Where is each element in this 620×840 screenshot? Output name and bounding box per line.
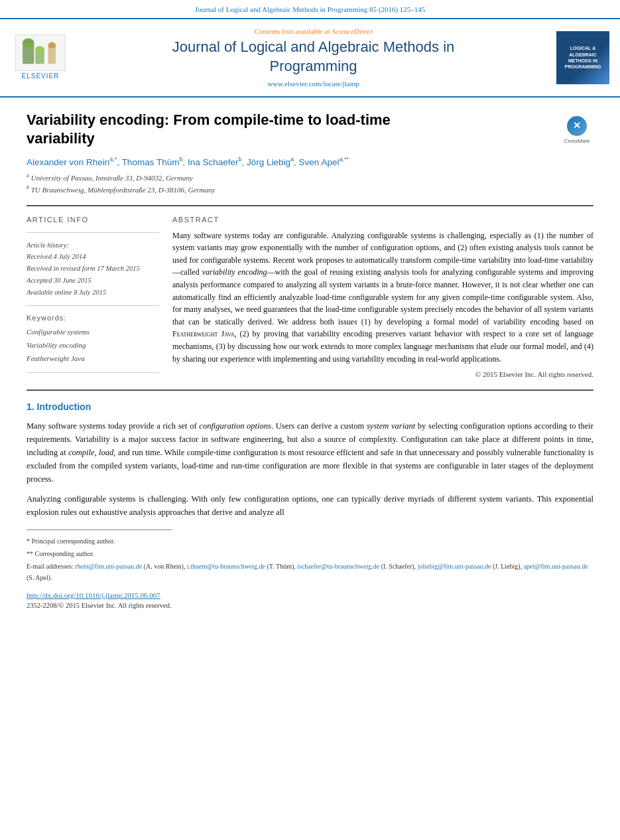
- article-history: Article history: Received 4 July 2014 Re…: [27, 240, 159, 299]
- elsevier-logo-area: ELSEVIER: [11, 35, 70, 81]
- sciencedirect-link[interactable]: ScienceDirect: [332, 27, 373, 35]
- doi-section: http://dx.doi.org/10.1016/j.jlamp.2015.0…: [27, 590, 593, 601]
- section-divider: [27, 389, 593, 391]
- affiliations: a University of Passau, Innstraße 33, D-…: [27, 172, 593, 196]
- keyword-3: Featherweight Java: [27, 352, 159, 366]
- email-schaefer[interactable]: ischaefer@tu-braunschweig.de: [297, 563, 379, 570]
- abstract-title: ABSTRACT: [172, 214, 593, 226]
- introduction-title: 1. Introduction: [27, 400, 593, 414]
- author-ina: Ina Schaefer: [188, 157, 239, 167]
- svg-point-6: [48, 42, 56, 48]
- revised-date: Received in revised form 17 March 2015: [27, 263, 159, 275]
- svg-point-3: [23, 38, 34, 46]
- footnote-emails: E-mail addresses: rhein@fim.uni-passau.d…: [27, 561, 593, 583]
- email-list[interactable]: rhein@fim.uni-passau.de: [75, 563, 142, 570]
- article-title: Variability encoding: From compile-time …: [27, 111, 391, 155]
- author-jorg: Jörg Liebig: [247, 157, 290, 167]
- crossmark-icon: ✕: [567, 116, 587, 136]
- footnote-double-star: ** Corresponding author.: [27, 548, 593, 559]
- article-info-panel: ARTICLE INFO Article history: Received 4…: [27, 214, 159, 380]
- accepted-date: Accepted 30 June 2015: [27, 275, 159, 287]
- author-thomas: Thomas Thüm: [122, 157, 180, 167]
- journal-header: ELSEVIER Contents lists available at Sci…: [0, 18, 620, 98]
- right-logo-text: LOGICAL &ALGEBRAICMETHODS INPROGRAMMING: [565, 45, 601, 69]
- history-label: Article history:: [27, 240, 159, 251]
- footnote-star: * Principal corresponding author.: [27, 535, 593, 547]
- journal-right-logo: LOGICAL &ALGEBRAICMETHODS INPROGRAMMING: [556, 31, 609, 84]
- journal-url[interactable]: www.elsevier.com/locate/jlamp: [78, 78, 548, 90]
- abstract-text: Many software systems today are configur…: [172, 230, 593, 366]
- email-apel[interactable]: apel@fim.uni-passau.de: [524, 563, 588, 570]
- article-info-abstract: ARTICLE INFO Article history: Received 4…: [27, 214, 593, 380]
- top-citation-bar: Journal of Logical and Algebraic Methods…: [0, 0, 620, 18]
- crossmark-badge[interactable]: ✕ CrossMark: [560, 116, 593, 145]
- info-divider-top: [27, 232, 159, 233]
- authors-line: Alexander von Rheina,*, Thomas Thümb, In…: [27, 155, 593, 169]
- abstract-section: ABSTRACT Many software systems today are…: [172, 214, 593, 380]
- elsevier-label: ELSEVIER: [22, 71, 60, 81]
- svg-point-4: [35, 46, 44, 52]
- doi-link[interactable]: http://dx.doi.org/10.1016/j.jlamp.2015.0…: [27, 591, 160, 599]
- journal-title-area: Contents lists available at ScienceDirec…: [78, 26, 548, 90]
- author-alexander: Alexander von Rhein: [27, 157, 109, 167]
- crossmark-label: CrossMark: [564, 137, 590, 145]
- email-liebig[interactable]: joliebig@fim.uni-passau.de: [418, 563, 491, 570]
- author-sven: Sven Apel: [299, 157, 340, 167]
- title-row: Variability encoding: From compile-time …: [27, 111, 593, 155]
- info-divider-bot: [27, 372, 159, 373]
- footnote-divider: [27, 529, 172, 530]
- received-date: Received 4 July 2014: [27, 251, 159, 263]
- introduction-para2: Analyzing configurable systems is challe…: [27, 492, 593, 519]
- issn-line: 2352-2208/© 2015 Elsevier Inc. All right…: [27, 600, 593, 611]
- elsevier-graphic: [15, 35, 66, 71]
- article-info-title: ARTICLE INFO: [27, 214, 159, 226]
- journal-title-header: Journal of Logical and Algebraic Methods…: [78, 38, 548, 76]
- abstract-copyright: © 2015 Elsevier Inc. All rights reserved…: [172, 369, 593, 380]
- keyword-1: Configurable systems: [27, 326, 159, 339]
- citation-text: Journal of Logical and Algebraic Methods…: [195, 5, 426, 13]
- sciencedirect-prefix: Contents lists available at: [254, 27, 330, 35]
- sciencedirect-line: Contents lists available at ScienceDirec…: [78, 26, 548, 37]
- available-date: Available online 8 July 2015: [27, 287, 159, 299]
- keyword-2: Variability encoding: [27, 339, 159, 352]
- keywords-list: Configurable systems Variability encodin…: [27, 326, 159, 365]
- keywords-title: Keywords:: [27, 313, 159, 324]
- main-content: Variability encoding: From compile-time …: [0, 98, 620, 624]
- email-thuem[interactable]: t.thuem@tu-braunschweig.de: [187, 563, 265, 570]
- introduction-para1: Many software systems today provide a ri…: [27, 419, 593, 486]
- divider-thick: [27, 205, 593, 206]
- article-title-text: Variability encoding: From compile-time …: [27, 111, 391, 149]
- info-divider-mid: [27, 305, 159, 306]
